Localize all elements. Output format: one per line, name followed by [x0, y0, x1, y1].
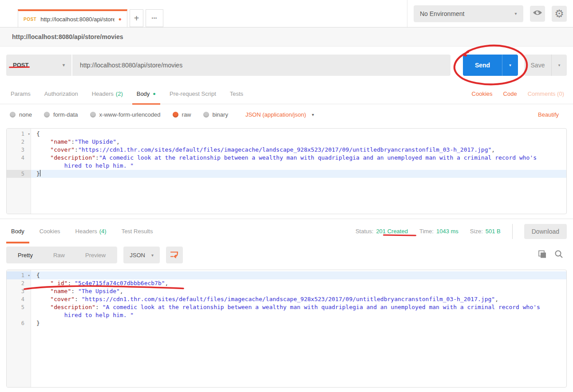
- code-link[interactable]: Code: [503, 90, 517, 97]
- fold-caret-icon[interactable]: ▾: [28, 130, 30, 138]
- time-pair: Time: 1043 ms: [419, 228, 458, 235]
- radio-icon: [44, 112, 50, 118]
- tab-authorization[interactable]: Authorization: [40, 83, 83, 104]
- line-number: [7, 311, 31, 319]
- method-select[interactable]: POST ▾: [6, 55, 71, 76]
- code-line: 1▾{: [7, 130, 566, 138]
- download-button[interactable]: Download: [524, 224, 567, 239]
- url-input[interactable]: http://localhost:8080/api/store/movies: [72, 55, 450, 76]
- tab-tests[interactable]: Tests: [225, 83, 248, 104]
- code-line: 5}: [7, 170, 566, 178]
- cookies-link[interactable]: Cookies: [472, 90, 493, 97]
- environment-select[interactable]: No Environment ▾: [414, 5, 523, 22]
- chevron-down-icon: ▾: [151, 253, 154, 258]
- save-options-button[interactable]: ▾: [552, 55, 567, 76]
- text-cursor: [40, 170, 41, 176]
- beautify-link[interactable]: Beautify: [538, 111, 563, 118]
- code-line: 5 "description": "A comedic look at the …: [7, 303, 566, 311]
- radio-icon: [203, 112, 209, 118]
- tab-title: http://localhost:8080/api/store/: [40, 16, 115, 23]
- response-tab-body[interactable]: Body: [6, 219, 29, 243]
- eye-icon: [533, 9, 542, 18]
- send-button-group: Send ▾: [463, 55, 518, 76]
- request-body-editor[interactable]: 1▾{2 "name":"The Upside",3 "cover":"http…: [6, 128, 567, 214]
- body-mode-row: none form-data x-www-form-urlencoded raw…: [0, 104, 573, 125]
- line-number: 5: [7, 170, 31, 178]
- request-builder: POST ▾ http://localhost:8080/api/store/m…: [0, 47, 573, 83]
- line-number: 2: [7, 138, 31, 146]
- request-body-code: 1▾{2 "name":"The Upside",3 "cover":"http…: [7, 129, 566, 178]
- code-text: hired to help him. ": [31, 162, 566, 170]
- save-button-group: Save ▾: [524, 55, 567, 76]
- code-text: hired to help him. ": [31, 311, 566, 319]
- code-text: "cover": "https://cdn1.thr.com/sites/def…: [31, 295, 566, 303]
- tab-params[interactable]: Params: [6, 83, 35, 104]
- body-mode-form-data[interactable]: form-data: [44, 111, 78, 118]
- code-text: "description": "A comedic look at the re…: [31, 303, 566, 311]
- request-tabs: Params Authorization Headers (2) Body ● …: [0, 83, 573, 104]
- body-mode-raw[interactable]: raw: [173, 111, 191, 118]
- code-line: 4 "cover": "https://cdn1.thr.com/sites/d…: [7, 295, 566, 303]
- code-line: 6}: [7, 319, 566, 327]
- tab-headers[interactable]: Headers (2): [87, 83, 127, 104]
- code-text: }: [31, 319, 566, 327]
- response-actions: [537, 250, 567, 261]
- unsaved-changes-dot-icon: ●: [119, 16, 122, 22]
- chevron-down-icon: ▾: [63, 63, 65, 67]
- body-mode-urlencoded[interactable]: x-www-form-urlencoded: [90, 111, 161, 118]
- wrap-lines-button[interactable]: [166, 247, 183, 263]
- app-header: POST http://localhost:8080/api/store/ ● …: [0, 0, 573, 27]
- chevron-down-icon: ▾: [312, 112, 314, 117]
- line-number: 4: [7, 295, 31, 303]
- response-format-select[interactable]: JSON ▾: [123, 247, 160, 263]
- request-title-bar: http://localhost:8080/api/store/movies: [0, 27, 573, 47]
- new-tab-button[interactable]: +: [130, 9, 143, 27]
- send-button[interactable]: Send: [463, 55, 502, 76]
- response-toolbar: Pretty Raw Preview JSON ▾: [0, 243, 573, 267]
- code-text: "name":"The Upside",: [31, 138, 566, 146]
- line-number: 5: [7, 303, 31, 311]
- body-mode-binary[interactable]: binary: [203, 111, 228, 118]
- fold-caret-icon[interactable]: ▾: [28, 271, 30, 279]
- tab-pre-request-script[interactable]: Pre-request Script: [165, 83, 221, 104]
- view-raw[interactable]: Raw: [43, 252, 75, 259]
- copy-button[interactable]: [537, 250, 547, 261]
- request-tab[interactable]: POST http://localhost:8080/api/store/ ●: [18, 9, 127, 27]
- body-mode-none[interactable]: none: [10, 111, 32, 118]
- view-pretty[interactable]: Pretty: [8, 252, 43, 259]
- chevron-down-icon: ▾: [558, 63, 561, 67]
- status-value: 201 Created: [376, 228, 408, 235]
- save-button[interactable]: Save: [524, 55, 552, 76]
- line-number: 3: [7, 146, 31, 154]
- tab-options-button[interactable]: •••: [146, 9, 163, 27]
- line-number: 4: [7, 154, 31, 162]
- code-text: }: [31, 170, 566, 178]
- environment-quick-look-button[interactable]: [530, 6, 545, 22]
- response-tab-test-results[interactable]: Test Results: [117, 219, 158, 243]
- time-value: 1043 ms: [436, 228, 458, 235]
- response-tab-cookies[interactable]: Cookies: [35, 219, 65, 243]
- settings-button[interactable]: ⚙: [552, 6, 567, 22]
- code-line: 3 "name": "The Upside",: [7, 287, 566, 295]
- response-headers-count-badge: (4): [99, 228, 107, 235]
- search-button[interactable]: [554, 250, 563, 260]
- status-pair: Status: 201 Created: [356, 228, 408, 235]
- code-line: hired to help him. ": [7, 311, 566, 319]
- response-body-code: 1▾{2 "_id": "5c4e715fa74c07dbbb6ecb7b",3…: [7, 270, 566, 327]
- radio-icon: [10, 112, 16, 118]
- line-number: 2: [7, 279, 31, 287]
- comments-link[interactable]: Comments (0): [528, 90, 564, 97]
- tab-body[interactable]: Body ●: [132, 83, 160, 104]
- code-text: "cover":"https://cdn1.thr.com/sites/defa…: [31, 146, 566, 154]
- request-quick-links: Cookies Code Comments (0): [472, 90, 567, 97]
- code-line: 1▾{: [7, 271, 566, 279]
- code-line: 2 "_id": "5c4e715fa74c07dbbb6ecb7b",: [7, 279, 566, 287]
- request-tab-bar: POST http://localhost:8080/api/store/ ● …: [0, 0, 407, 27]
- send-options-button[interactable]: ▾: [502, 55, 518, 76]
- code-line: hired to help him. ": [7, 162, 566, 170]
- code-text: "description":"A comedic look at the rel…: [31, 154, 566, 162]
- view-preview[interactable]: Preview: [75, 252, 116, 259]
- content-type-select[interactable]: JSON (application/json) ▾: [245, 111, 314, 118]
- response-tab-headers[interactable]: Headers (4): [71, 219, 111, 243]
- response-body-editor[interactable]: 1▾{2 "_id": "5c4e715fa74c07dbbb6ecb7b",3…: [6, 270, 567, 388]
